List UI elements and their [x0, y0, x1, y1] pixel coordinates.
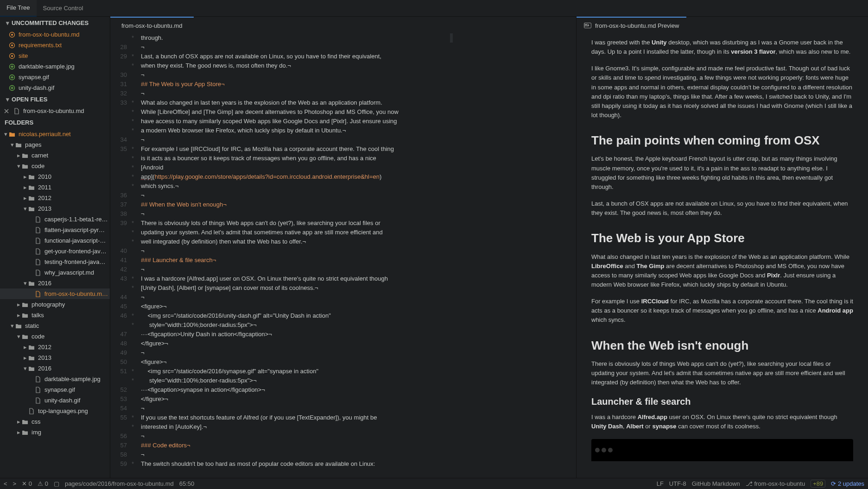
uncommitted-file[interactable]: synapse.gif [0, 72, 110, 82]
code-line[interactable]: I was a hardcore [Alfred.app] user on OS… [138, 274, 576, 283]
close-icon[interactable] [3, 108, 10, 114]
status-updates[interactable]: ⟳ 2 updates [831, 480, 864, 487]
code-line[interactable]: ¬ [138, 450, 576, 459]
tree-item[interactable]: ▸2013 [0, 352, 110, 363]
code-line[interactable]: ¬ [138, 432, 576, 441]
code-line[interactable]: There is obviously lots of things Web ap… [138, 219, 576, 228]
uncommitted-file[interactable]: site [0, 50, 110, 61]
code-line[interactable]: interested in [AutoKey].¬ [138, 422, 576, 432]
editor-body[interactable]: 2829303132333435363738394041424344454647… [110, 33, 576, 478]
uncommitted-file[interactable]: from-osx-to-ubuntu.md [0, 29, 110, 40]
tree-item[interactable]: ▸2012 [0, 342, 110, 352]
diagnostics-errors[interactable]: ✕ 0 [22, 480, 32, 487]
code-line[interactable]: style="width:100%;border-radius:5px">¬ [138, 376, 576, 385]
tree-item[interactable]: functional-javascript-… [0, 235, 110, 246]
diagnostics-warnings[interactable]: ⚠ 0 [38, 480, 48, 487]
code-line[interactable]: The switch shouldn't be too hard as most… [138, 459, 576, 469]
code-line[interactable]: ¬ [138, 209, 576, 219]
preview-tab[interactable]: from-osx-to-ubuntu.md Preview [577, 17, 686, 33]
tree-item[interactable]: unity-dash.gif [0, 395, 110, 406]
status-branch[interactable]: ⎇ from-osx-to-ubuntu [746, 480, 805, 487]
code-line[interactable]: [Unity Dash], [Albert] or [synapse] can … [138, 283, 576, 293]
code-line[interactable]: ¬ [138, 191, 576, 200]
tree-item[interactable]: top-languages.png [0, 406, 110, 416]
code-line[interactable]: If you use the text shortcuts feature of… [138, 413, 576, 422]
status-cursor-pos[interactable]: 65:50 [179, 480, 195, 487]
uncommitted-file[interactable]: unity-dash.gif [0, 82, 110, 93]
code-line[interactable]: Last, a bunch of OSX apps are not availa… [138, 52, 576, 61]
tree-item[interactable]: ▸img [0, 427, 110, 438]
code-line[interactable]: <figure>¬ [138, 357, 576, 367]
tree-item[interactable]: ▸2012 [0, 193, 110, 203]
status-eol[interactable]: LF [657, 480, 664, 487]
code-line[interactable]: </figure>¬ [138, 339, 576, 348]
code-line[interactable]: ¬ [138, 43, 576, 52]
tree-item[interactable]: ▾static [0, 320, 110, 331]
code-line[interactable]: While [LibreOffice] and [The Gimp] are d… [138, 107, 576, 117]
code-line[interactable]: when they exist. The good news is, most … [138, 61, 576, 70]
code-line[interactable]: ### Launcher & file search¬ [138, 256, 576, 265]
code-line[interactable]: ¬ [138, 70, 576, 80]
tree-item[interactable]: from-osx-to-ubuntu.m… [0, 288, 110, 299]
nav-back-button[interactable]: < [4, 480, 7, 487]
code-line[interactable]: <figure>¬ [138, 302, 576, 311]
section-uncommitted[interactable]: ▾ UNCOMMITTED CHANGES [0, 17, 110, 29]
tree-item[interactable]: ▾pages [0, 139, 110, 150]
markdown-preview[interactable]: I was greeted with the Unity desktop, wh… [577, 33, 868, 478]
nav-fwd-button[interactable]: > [13, 480, 17, 487]
tree-item[interactable]: ▾code [0, 331, 110, 342]
status-git-diff[interactable]: +89 [811, 480, 825, 488]
code-line[interactable]: <img src="/static/code/2016/synapse.gif"… [138, 367, 576, 376]
code-line[interactable]: a modern Web browser like Firefox, which… [138, 126, 576, 135]
code-line[interactable]: is it acts as a bouncer so it keeps trac… [138, 154, 576, 163]
code-line[interactable]: updating your system. And let's admit th… [138, 228, 576, 237]
tree-item[interactable]: ▾code [0, 161, 110, 171]
tree-item[interactable]: ▾2013 [0, 203, 110, 214]
tree-item[interactable]: ▸carnet [0, 150, 110, 161]
code-line[interactable]: through. [138, 33, 576, 43]
tree-item[interactable]: ▸talks [0, 310, 110, 320]
status-language[interactable]: GitHub Markdown [692, 480, 740, 487]
tree-item[interactable]: ▸2010 [0, 171, 110, 182]
tree-item[interactable]: testing-frontend-java… [0, 257, 110, 267]
editor-tab-file[interactable]: from-osx-to-ubuntu.md [110, 17, 194, 33]
code-line[interactable]: well integrated (by definition) then wha… [138, 237, 576, 246]
code-line[interactable]: [Android [138, 163, 576, 172]
section-open-files[interactable]: ▾ OPEN FILES [0, 93, 110, 106]
code-line[interactable]: ¬ [138, 89, 576, 98]
code-line[interactable]: ## When the Web isn't enough¬ [138, 200, 576, 209]
code-line[interactable]: What also changed in last ten years is t… [138, 98, 576, 107]
code-line[interactable]: ····<figcaption>synapse in action</figca… [138, 385, 576, 395]
code-line[interactable]: <img src="/static/code/2016/unity-dash.g… [138, 311, 576, 320]
tree-item[interactable]: ▾2016 [0, 363, 110, 374]
code-line[interactable]: which syncs.¬ [138, 182, 576, 191]
tab-file-tree[interactable]: File Tree [0, 0, 37, 17]
tree-item[interactable]: ▸css [0, 416, 110, 427]
code-line[interactable]: ····<figcaption>Unity Dash in action</fi… [138, 330, 576, 339]
tree-item[interactable]: casperjs-1.1-beta1-re… [0, 214, 110, 225]
code-line[interactable]: ¬ [138, 293, 576, 302]
code-line[interactable]: For example I use [IRCCloud] for IRC, as… [138, 144, 576, 154]
code-line[interactable]: ¬ [138, 246, 576, 256]
code-line[interactable]: ¬ [138, 404, 576, 413]
tree-root[interactable]: ▾nicolas.perriault.net [0, 129, 110, 139]
code-line[interactable]: ¬ [138, 348, 576, 357]
code-line[interactable]: style="width:100%;border-radius:5px">¬ [138, 320, 576, 330]
code-line[interactable]: </figure>¬ [138, 395, 576, 404]
code-line[interactable]: ## The Web is your App Store¬ [138, 80, 576, 89]
terminal-icon[interactable]: ▢ [54, 480, 59, 487]
tree-item[interactable]: why_javascript.md [0, 267, 110, 278]
tree-item[interactable]: flatten-javascript-pyr… [0, 225, 110, 235]
tree-item[interactable]: ▸2011 [0, 182, 110, 193]
tree-item[interactable]: darktable-sample.jpg [0, 374, 110, 384]
uncommitted-file[interactable]: requirements.txt [0, 40, 110, 50]
tree-item[interactable]: synapse.gif [0, 384, 110, 395]
open-file[interactable]: from-osx-to-ubuntu.md [0, 106, 110, 116]
tab-source-control[interactable]: Source Control [37, 0, 90, 17]
status-encoding[interactable]: UTF-8 [669, 480, 686, 487]
tree-item[interactable]: ▾2016 [0, 278, 110, 288]
code-line[interactable]: ### Code editors¬ [138, 441, 576, 450]
status-path[interactable]: pages/code/2016/from-osx-to-ubuntu.md [65, 480, 174, 487]
tree-item[interactable]: get-your-frontend-jav… [0, 246, 110, 257]
code-line[interactable]: app](https://play.google.com/store/apps/… [138, 172, 576, 182]
